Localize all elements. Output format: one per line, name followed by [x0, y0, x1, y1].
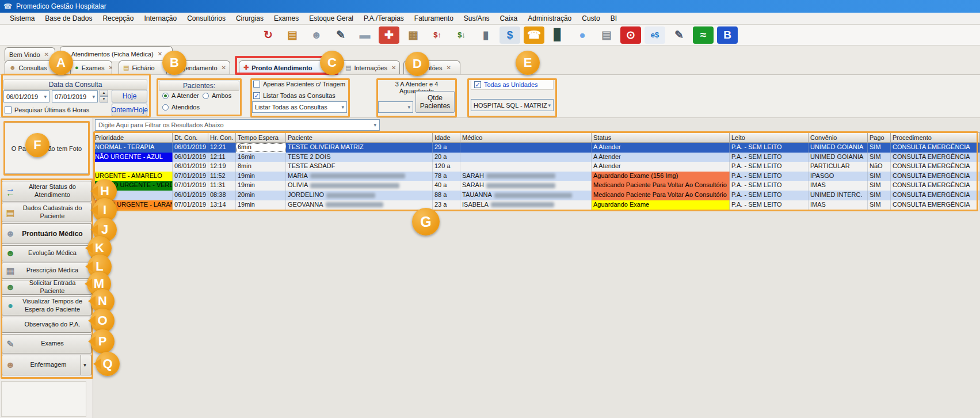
- combo-dropdown-icon[interactable]: ▾: [373, 122, 376, 128]
- tab-bem-vindo[interactable]: Bem Vindo✕: [5, 47, 55, 61]
- tab-plant-es[interactable]: ☻Plantões✕: [403, 60, 460, 74]
- column-header-hr-con-[interactable]: Hr. Con.: [208, 132, 236, 143]
- ambulance-icon[interactable]: ✚: [379, 26, 399, 44]
- table-row[interactable]: MUITO URGENTE - LARANJA07/01/201913:1419…: [93, 200, 980, 210]
- column-header-prioridade[interactable]: Prioridade: [93, 132, 173, 143]
- qtde-pacientes-button[interactable]: Qtde Pacientes: [415, 91, 455, 113]
- solicitar-entrada-button[interactable]: ☻Solicitar Entrada Paciente: [2, 280, 91, 295]
- column-header-pago[interactable]: Pago: [868, 132, 891, 143]
- checkbox-icon[interactable]: ✓: [474, 81, 481, 88]
- menu-item-recep-o[interactable]: Recepção: [97, 13, 139, 24]
- date-from-field[interactable]: 06/01/2019 ▾: [3, 90, 49, 102]
- spinner-down-icon[interactable]: ▼: [100, 96, 108, 102]
- enfermagem-button[interactable]: ☻Enfermagem▼: [2, 355, 91, 375]
- grid-filter-combo[interactable]: Digite Aqui para Filtrar os Resultados A…: [95, 119, 380, 131]
- tab-close-icon[interactable]: ✕: [222, 64, 226, 71]
- radio-icon[interactable]: [162, 93, 169, 99]
- menu-item-administra-o[interactable]: Administração: [523, 13, 577, 24]
- tab-fich-rio[interactable]: ▤Fichário: [119, 60, 167, 74]
- combo-dropdown-icon[interactable]: ▾: [341, 104, 344, 110]
- tab-close-icon[interactable]: ✕: [158, 51, 162, 57]
- radio-icon[interactable]: [203, 93, 209, 99]
- expense-down-icon[interactable]: $↓: [451, 26, 472, 44]
- menu-item-sistema[interactable]: Sistema: [5, 13, 40, 24]
- checkbox-icon[interactable]: [253, 81, 260, 88]
- column-header-dt-con-[interactable]: Dt. Con.: [173, 132, 208, 143]
- phonebook-icon[interactable]: ☎: [524, 26, 544, 44]
- combo-dropdown-icon[interactable]: ▾: [548, 102, 551, 108]
- unidade-combo[interactable]: HOSPITAL SQL - MATRIZ ▾: [471, 99, 554, 111]
- doctor-icon[interactable]: ☻: [306, 26, 327, 44]
- power-icon[interactable]: ⊙: [620, 26, 641, 44]
- contador-combo[interactable]: ▾: [378, 101, 413, 113]
- menu-item-caixa[interactable]: Caixa: [495, 13, 523, 24]
- hospital-bed-icon[interactable]: ▬: [354, 26, 375, 44]
- chat-icon[interactable]: ●: [572, 26, 593, 44]
- menu-item-interna-o[interactable]: Internação: [139, 13, 182, 24]
- visualizar-tempos-button[interactable]: ●Visualizar Tempos de Espera do Paciente: [2, 296, 91, 316]
- menu-item-bi[interactable]: BI: [605, 13, 622, 24]
- date-spinner[interactable]: ▲ ▼: [100, 90, 108, 102]
- alterar-status-button[interactable]: →←Alterar Status do Atendimento: [2, 181, 91, 202]
- safe-icon[interactable]: ▮: [475, 26, 496, 44]
- radio-a-atender[interactable]: A Atender: [162, 92, 199, 99]
- bi-icon[interactable]: B: [717, 26, 738, 44]
- table-row[interactable]: 06/01/201908:3820minJORDELINO88 aTAUANNA…: [93, 191, 980, 200]
- tab-interna-es[interactable]: ▤Internações✕: [341, 60, 400, 74]
- date-to-dropdown-icon[interactable]: ▾: [92, 94, 95, 100]
- column-header-tempo-espera[interactable]: Tempo Espera: [236, 132, 286, 143]
- menu-item-sus-ans[interactable]: Sus/Ans: [459, 13, 495, 24]
- stock-box-icon[interactable]: ▦: [403, 26, 424, 44]
- column-header-leito[interactable]: Leito: [730, 132, 809, 143]
- revenue-up-icon[interactable]: $↑: [427, 26, 448, 44]
- menu-item-p-a-terapias[interactable]: P.A./Terapias: [359, 13, 409, 24]
- column-header-m-dico[interactable]: Médico: [460, 132, 592, 143]
- dados-cadastrais-button[interactable]: ▤Dados Cadastrais do Paciente: [2, 203, 91, 222]
- column-header-status[interactable]: Status: [592, 132, 730, 143]
- radio-atendidos[interactable]: Atendidos: [162, 104, 200, 111]
- menu-item-faturamento[interactable]: Faturamento: [409, 13, 459, 24]
- tab-consultas[interactable]: ☻Consultas: [5, 60, 64, 74]
- medical-record-icon[interactable]: ✎: [330, 26, 351, 44]
- combo-dropdown-icon[interactable]: ▾: [407, 104, 410, 110]
- menu-item-estoque-geral[interactable]: Estoque Geral: [304, 13, 359, 24]
- menu-item-base-de-dados[interactable]: Base de Dados: [40, 13, 97, 24]
- ontem-hoje-button[interactable]: Ontem/Hoje: [112, 104, 147, 116]
- column-header-paciente[interactable]: Paciente: [286, 132, 433, 143]
- ledger-book-icon[interactable]: ▊: [548, 26, 569, 44]
- tab-pronto-atendimento[interactable]: ✚Pronto Atendimento: [239, 60, 335, 74]
- table-row[interactable]: 06/01/201912:198minTESTE ASDADF120 aA At…: [93, 162, 980, 172]
- table-row[interactable]: NÃO URGENTE - AZUL06/01/201912:1116minTE…: [93, 153, 980, 162]
- pesquisar-6h-checkbox[interactable]: Pesquisar Últimas 6 Horas: [5, 107, 89, 113]
- e-billing-icon[interactable]: e$: [645, 26, 665, 44]
- radio-ambos[interactable]: Ambos: [203, 92, 231, 99]
- column-header-conv-nio[interactable]: Convênio: [809, 132, 868, 143]
- invoice-icon[interactable]: ▤: [596, 26, 617, 44]
- dropdown-arrow-icon[interactable]: ▼: [81, 355, 89, 375]
- tab-agendamento[interactable]: Agendamento✕: [170, 60, 230, 74]
- listar-todas-combo[interactable]: Listar Todas as Consultas ▾: [252, 101, 347, 113]
- table-row[interactable]: POUCO URGENTE - VERDE07/01/201911:3119mi…: [93, 181, 980, 191]
- checkbox-icon[interactable]: ✓: [253, 92, 260, 99]
- date-from-dropdown-icon[interactable]: ▾: [44, 94, 47, 100]
- billing-calculator-icon[interactable]: $: [499, 26, 520, 44]
- prescricao-medica-button[interactable]: ▦Prescrição Médica: [2, 263, 91, 279]
- menu-item-custo[interactable]: Custo: [577, 13, 605, 24]
- observacao-pa-button[interactable]: Observação do P.A.: [2, 317, 91, 333]
- tab-close-icon[interactable]: ✕: [446, 64, 451, 71]
- spinner-up-icon[interactable]: ▲: [100, 90, 108, 96]
- checkbox-icon[interactable]: [5, 107, 12, 113]
- apenas-triagem-checkbox[interactable]: Apenas Pacientes c/ Triagem: [253, 81, 345, 88]
- menu-item-exames[interactable]: Exames: [269, 13, 304, 24]
- vitals-monitor-icon[interactable]: ≈: [693, 26, 714, 44]
- prescription-icon[interactable]: ✎: [669, 26, 689, 44]
- table-row[interactable]: URGENTE - AMARELO07/01/201911:5219minMAR…: [93, 172, 980, 181]
- patient-folder-icon[interactable]: ▤: [282, 26, 303, 44]
- column-header-procedimento[interactable]: Procedimento: [891, 132, 980, 143]
- date-to-field[interactable]: 07/01/2019 ▾: [52, 90, 98, 102]
- table-row[interactable]: NORMAL - TERAPIA06/01/201912:216minTESTE…: [93, 143, 980, 153]
- tab-close-icon[interactable]: ✕: [391, 64, 396, 71]
- exames-button[interactable]: ✎Exames: [2, 334, 91, 354]
- prontuario-medico-button[interactable]: ☻Prontuário Médico: [2, 223, 91, 244]
- menu-item-cirurgias[interactable]: Cirurgias: [231, 13, 269, 24]
